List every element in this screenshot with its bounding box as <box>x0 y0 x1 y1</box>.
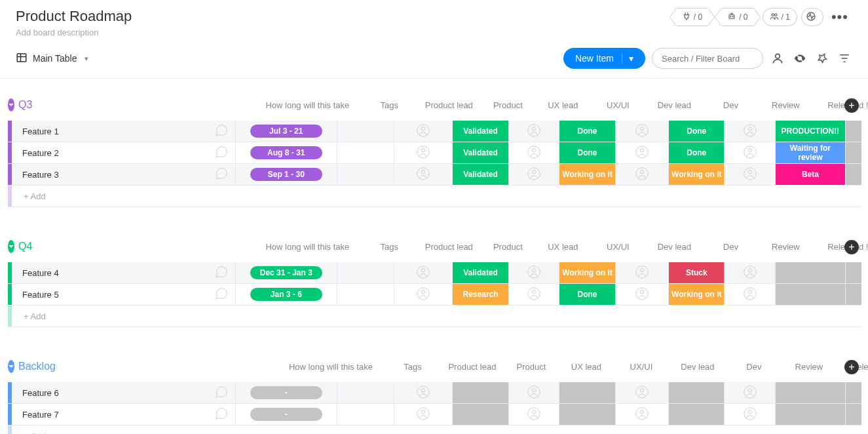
product-lead-cell[interactable] <box>394 164 452 185</box>
chat-icon[interactable] <box>214 406 229 423</box>
person-placeholder-icon[interactable] <box>635 286 649 303</box>
col-released[interactable]: Released ! <box>812 242 868 252</box>
dev-cell[interactable]: Done <box>668 142 724 163</box>
person-placeholder-icon[interactable] <box>635 385 649 401</box>
uxui-cell[interactable]: Done <box>559 142 614 163</box>
board-title[interactable]: Product Roadmap <box>16 8 132 25</box>
search-input[interactable] <box>652 48 763 69</box>
status-cell-production[interactable]: PRODUCTION!! <box>776 121 845 142</box>
item-name-cell[interactable]: Feature 4 <box>12 262 208 283</box>
item-name-cell[interactable]: Feature 7 <box>12 404 208 425</box>
ux-lead-cell[interactable] <box>508 404 559 425</box>
item-name-cell[interactable]: Feature 1 <box>12 121 208 142</box>
status-cell-beta[interactable]: Beta <box>776 164 845 185</box>
add-row[interactable]: + Add <box>8 306 861 327</box>
dev-cell[interactable]: Working on it <box>668 164 724 185</box>
tags-cell[interactable] <box>337 404 394 425</box>
item-name-cell[interactable]: Feature 5 <box>12 284 208 305</box>
integrations-badge-2[interactable]: / 0 <box>722 8 753 26</box>
status-cell-empty[interactable] <box>776 284 845 305</box>
person-placeholder-icon[interactable] <box>743 406 757 423</box>
person-placeholder-icon[interactable] <box>527 265 541 281</box>
add-row-label[interactable]: + Add <box>12 425 861 434</box>
released-cell[interactable]: PRODUCTION!! <box>775 121 845 142</box>
row-chat[interactable] <box>208 142 235 163</box>
ux-lead-cell[interactable] <box>508 284 559 305</box>
item-name-cell[interactable]: Feature 6 <box>12 382 208 403</box>
status-cell-stuck[interactable]: Stuck <box>669 262 724 283</box>
person-placeholder-icon[interactable] <box>416 123 430 140</box>
chat-icon[interactable] <box>214 145 229 161</box>
review-cell[interactable] <box>724 284 775 305</box>
person-placeholder-icon[interactable] <box>635 145 649 161</box>
dev-lead-cell[interactable] <box>615 404 668 425</box>
released-cell[interactable] <box>775 262 845 283</box>
add-row[interactable]: + Add <box>8 425 861 434</box>
duration-cell[interactable]: - <box>235 382 337 403</box>
duration-cell[interactable]: Sep 1 - 30 <box>235 164 337 185</box>
status-cell-empty[interactable] <box>776 382 845 403</box>
chat-icon[interactable] <box>214 385 229 401</box>
status-cell-done[interactable]: Done <box>669 142 724 163</box>
review-cell[interactable] <box>724 404 775 425</box>
status-cell-waiting_review[interactable]: Waiting for review <box>776 142 845 163</box>
person-placeholder-icon[interactable] <box>635 406 649 423</box>
chevron-down-icon[interactable]: ▾ <box>622 53 633 64</box>
add-row-label[interactable]: + Add <box>12 306 861 326</box>
col-released[interactable]: Released ! <box>812 100 868 110</box>
person-placeholder-icon[interactable] <box>416 286 430 303</box>
person-placeholder-icon[interactable] <box>743 167 757 183</box>
status-cell-empty[interactable] <box>669 382 724 403</box>
uxui-cell[interactable] <box>559 404 614 425</box>
item-name-cell[interactable]: Feature 3 <box>12 164 208 185</box>
tags-cell[interactable] <box>337 121 394 142</box>
uxui-cell[interactable]: Done <box>559 284 614 305</box>
col-ux-lead[interactable]: UX lead <box>537 242 589 252</box>
add-column-button[interactable]: + <box>844 240 859 254</box>
activity-chip[interactable] <box>801 8 823 26</box>
review-cell[interactable] <box>724 262 775 283</box>
duration-cell[interactable]: Jan 3 - 6 <box>235 284 337 305</box>
pin-icon[interactable] <box>814 50 830 66</box>
status-cell-done[interactable]: Done <box>559 284 614 305</box>
group-title[interactable]: Backlog <box>18 361 56 372</box>
view-selector[interactable]: Main Table ▾ <box>16 52 88 66</box>
col-product-lead[interactable]: Product lead <box>419 242 479 252</box>
status-cell-working[interactable]: Working on it <box>559 262 614 283</box>
chat-icon[interactable] <box>214 265 229 281</box>
col-dev[interactable]: Dev <box>725 362 783 372</box>
review-cell[interactable] <box>724 121 775 142</box>
dev-lead-cell[interactable] <box>615 142 668 163</box>
tags-cell[interactable] <box>337 284 394 305</box>
product-lead-cell[interactable] <box>394 142 452 163</box>
item-name-cell[interactable]: Feature 2 <box>12 142 208 163</box>
col-tags[interactable]: Tags <box>383 362 442 372</box>
more-menu[interactable]: ••• <box>827 9 852 26</box>
ux-lead-cell[interactable] <box>508 262 559 283</box>
uxui-cell[interactable]: Working on it <box>559 262 614 283</box>
status-cell-empty[interactable] <box>453 382 508 403</box>
collapse-toggle[interactable] <box>8 360 14 373</box>
collapse-toggle[interactable] <box>8 240 14 253</box>
col-ux-ui[interactable]: UX/UI <box>613 362 670 372</box>
col-review[interactable]: Review <box>783 362 835 372</box>
tags-cell[interactable] <box>337 382 394 403</box>
status-cell-empty[interactable] <box>559 382 614 403</box>
col-duration[interactable]: How long will this take <box>278 362 383 372</box>
add-row-label[interactable]: + Add <box>12 186 861 207</box>
uxui-cell[interactable] <box>559 382 614 403</box>
col-ux-ui[interactable]: UX/UI <box>589 100 647 110</box>
status-cell-empty[interactable] <box>776 404 845 425</box>
col-dev[interactable]: Dev <box>702 242 759 252</box>
duration-cell[interactable]: Dec 31 - Jan 3 <box>235 262 337 283</box>
row-chat[interactable] <box>208 121 235 142</box>
status-cell-working[interactable]: Working on it <box>669 164 724 185</box>
col-dev-lead[interactable]: Dev lead <box>670 362 725 372</box>
status-cell-empty[interactable] <box>669 404 724 425</box>
dev-cell[interactable] <box>668 404 724 425</box>
col-dev-lead[interactable]: Dev lead <box>647 242 702 252</box>
col-duration[interactable]: How long will this take <box>255 100 360 110</box>
person-placeholder-icon[interactable] <box>635 265 649 281</box>
col-dev[interactable]: Dev <box>702 100 759 110</box>
product-cell[interactable]: Validated <box>452 142 508 163</box>
